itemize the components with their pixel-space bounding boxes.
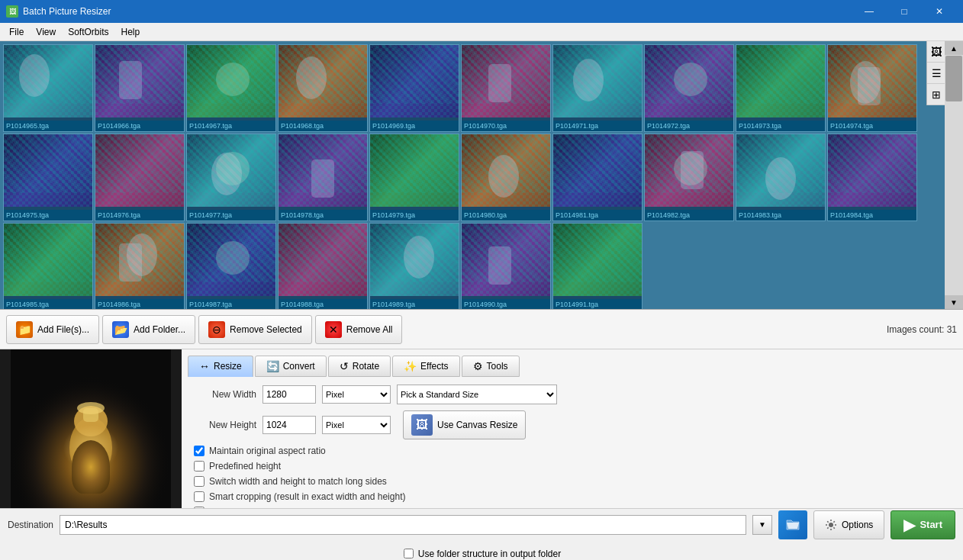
thumbnail-label: P1014976.tga bbox=[95, 210, 184, 220]
resize-icon: ↔ bbox=[199, 360, 210, 372]
gallery-thumbnail[interactable]: P1014977.tga bbox=[186, 134, 276, 221]
svg-rect-97 bbox=[462, 224, 550, 296]
tab-tools[interactable]: ⚙ Tools bbox=[462, 356, 520, 377]
width-row: New Width Pixel Percent Cm Inch Pick a S… bbox=[188, 385, 957, 404]
tools-icon: ⚙ bbox=[473, 360, 483, 372]
close-button[interactable]: ✕ bbox=[922, 0, 957, 23]
svg-rect-98 bbox=[488, 246, 511, 285]
thumbnail-label: P1014984.tga bbox=[828, 210, 916, 220]
svg-rect-21 bbox=[462, 45, 550, 117]
maintain-aspect-checkbox[interactable] bbox=[194, 446, 205, 456]
maximize-button[interactable]: □ bbox=[887, 0, 922, 23]
svg-point-37 bbox=[850, 61, 881, 104]
minimize-button[interactable]: — bbox=[852, 0, 887, 23]
settings-panel: ↔ Resize 🔄 Convert ↺ Rotate ✨ Effects ⚙ bbox=[182, 349, 963, 508]
gallery-thumbnail[interactable]: P1014985.tga bbox=[3, 223, 93, 309]
gallery-thumbnail[interactable]: P1014981.tga bbox=[552, 134, 643, 221]
scroll-track[interactable] bbox=[945, 55, 963, 295]
remove-selected-button[interactable]: ⊖ Remove Selected bbox=[198, 315, 312, 344]
gallery-thumbnail[interactable]: P1014974.tga bbox=[827, 44, 917, 132]
gallery-scroll[interactable]: P1014965.tga P1014966.tga bbox=[0, 41, 945, 309]
options-gear-icon bbox=[825, 519, 837, 531]
add-files-button[interactable]: 📁 Add File(s)... bbox=[6, 315, 99, 344]
menu-softorbits[interactable]: SoftOrbits bbox=[62, 25, 114, 39]
gallery-thumbnail[interactable]: P1014979.tga bbox=[369, 134, 459, 221]
standard-size-select[interactable]: Pick a Standard Size 640×480 800×600 102… bbox=[397, 385, 557, 404]
gallery-thumbnail[interactable]: P1014976.tga bbox=[95, 134, 185, 221]
use-folder-structure-checkbox[interactable] bbox=[404, 549, 414, 558]
gallery-thumbnail[interactable]: P1014971.tga bbox=[552, 44, 643, 132]
gallery-thumbnail[interactable]: P1014965.tga bbox=[3, 44, 93, 132]
menu-view[interactable]: View bbox=[30, 25, 62, 39]
thumbnail-label: P1014979.tga bbox=[370, 210, 459, 220]
svg-rect-36 bbox=[828, 45, 916, 117]
browse-folder-button[interactable] bbox=[778, 510, 807, 539]
height-input[interactable] bbox=[262, 416, 316, 434]
thumbnail-label: P1014983.tga bbox=[736, 210, 825, 220]
svg-rect-81 bbox=[95, 224, 184, 296]
gallery-thumbnail[interactable]: P1014982.tga bbox=[644, 134, 734, 221]
scroll-down[interactable]: ▼ bbox=[945, 295, 963, 309]
gallery-thumbnail[interactable]: P1014990.tga bbox=[461, 223, 551, 309]
tab-resize[interactable]: ↔ Resize bbox=[188, 356, 253, 377]
view-grid-icon[interactable]: ⊞ bbox=[927, 84, 945, 105]
smart-crop-checkbox[interactable] bbox=[194, 491, 205, 502]
gallery-thumbnail[interactable]: P1014967.tga bbox=[186, 44, 276, 132]
svg-point-68 bbox=[674, 152, 707, 185]
destination-dropdown[interactable]: ▼ bbox=[752, 515, 772, 535]
tab-effects[interactable]: ✨ Effects bbox=[392, 356, 459, 377]
canvas-resize-button[interactable]: 🖼 Use Canvas Resize bbox=[403, 410, 526, 439]
thumbnail-label: P1014970.tga bbox=[462, 121, 550, 131]
gallery-thumbnail[interactable]: P1014968.tga bbox=[278, 44, 368, 132]
gallery-thumbnail[interactable]: P1014986.tga bbox=[95, 223, 185, 309]
scroll-thumb[interactable] bbox=[945, 56, 962, 101]
scroll-up[interactable]: ▲ bbox=[945, 41, 963, 55]
svg-rect-67 bbox=[681, 151, 704, 189]
height-unit-select[interactable]: Pixel Percent Cm Inch bbox=[322, 416, 391, 434]
gallery-thumbnail[interactable]: P1014973.tga bbox=[736, 44, 826, 132]
view-list-icon[interactable]: ☰ bbox=[927, 63, 945, 84]
tab-rotate[interactable]: ↺ Rotate bbox=[328, 356, 391, 377]
gallery-thumbnail[interactable]: P1014975.tga bbox=[3, 134, 93, 221]
options-button[interactable]: Options bbox=[813, 510, 884, 539]
predefined-height-checkbox[interactable] bbox=[194, 461, 205, 471]
thumbnail-label: P1014968.tga bbox=[279, 121, 367, 131]
svg-point-49 bbox=[216, 152, 250, 185]
gallery-thumbnail[interactable]: P1014969.tga bbox=[369, 44, 459, 132]
remove-selected-icon: ⊖ bbox=[208, 321, 225, 338]
gallery-thumbnail[interactable]: P1014983.tga bbox=[736, 134, 826, 221]
rotate-icon: ↺ bbox=[340, 360, 349, 372]
destination-label: Destination bbox=[8, 520, 53, 530]
view-large-icon[interactable]: 🖼 bbox=[927, 41, 945, 63]
add-folder-icon: 📂 bbox=[112, 321, 129, 338]
gallery-thumbnail[interactable]: P1014987.tga bbox=[186, 223, 276, 309]
gallery-thumbnail[interactable]: P1014988.tga bbox=[278, 223, 368, 309]
gallery-thumbnail[interactable]: P1014966.tga bbox=[95, 44, 185, 132]
svg-point-72 bbox=[765, 157, 796, 200]
width-unit-select[interactable]: Pixel Percent Cm Inch bbox=[322, 385, 391, 404]
switch-wh-checkbox[interactable] bbox=[194, 476, 205, 487]
menu-file[interactable]: File bbox=[3, 25, 30, 39]
gallery-thumbnail[interactable]: P1014970.tga bbox=[461, 44, 551, 132]
gallery-thumbnail[interactable]: P1014989.tga bbox=[369, 223, 459, 309]
gallery-thumbnail[interactable]: P1014984.tga bbox=[827, 134, 917, 221]
destination-input[interactable] bbox=[60, 515, 746, 535]
gallery-thumbnail[interactable]: P1014972.tga bbox=[644, 44, 734, 132]
svg-rect-93 bbox=[370, 224, 459, 296]
width-input[interactable] bbox=[262, 385, 316, 404]
thumbnail-label: P1014985.tga bbox=[4, 299, 92, 309]
canvas-icon: 🖼 bbox=[411, 414, 433, 436]
gallery-thumbnail[interactable]: P1014980.tga bbox=[461, 134, 551, 221]
use-folder-structure-label: Use folder structure in output folder bbox=[418, 549, 561, 559]
thumbnail-label: P1014967.tga bbox=[187, 121, 275, 131]
start-button[interactable]: ▶ Start bbox=[891, 510, 955, 539]
tab-convert[interactable]: 🔄 Convert bbox=[255, 356, 327, 377]
add-folder-button[interactable]: 📂 Add Folder... bbox=[102, 315, 195, 344]
remove-all-button[interactable]: ✕ Remove All bbox=[315, 315, 403, 344]
folder-structure-row: Use folder structure in output folder bbox=[402, 549, 561, 559]
svg-rect-7 bbox=[119, 61, 142, 99]
gallery-thumbnail[interactable]: P1014991.tga bbox=[552, 223, 643, 309]
menu-help[interactable]: Help bbox=[115, 25, 147, 39]
gallery-thumbnail[interactable]: P1014978.tga bbox=[278, 134, 368, 221]
svg-point-109 bbox=[829, 523, 833, 527]
